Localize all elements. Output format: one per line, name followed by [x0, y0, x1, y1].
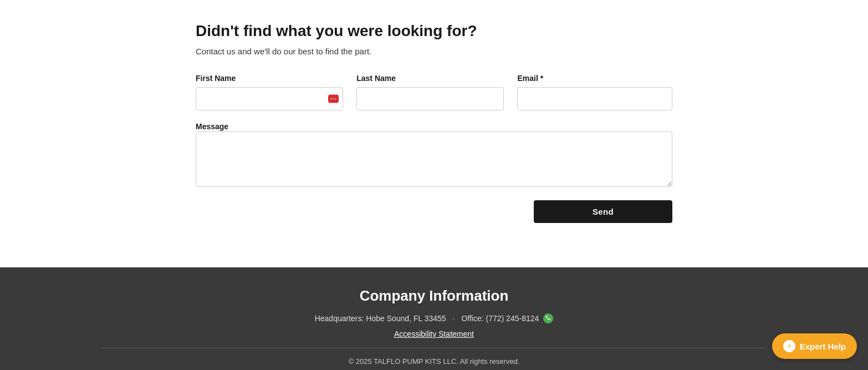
last-name-group: Last Name — [356, 74, 504, 110]
last-name-input[interactable] — [356, 87, 504, 110]
headquarters-text: Headquarters: Hobe Sound, FL 33455 — [315, 314, 446, 323]
footer-title: Company Information — [11, 287, 857, 305]
phone-icon — [543, 313, 553, 323]
contact-form: First Name ··· Last Name Email * Message… — [196, 74, 672, 223]
message-textarea[interactable] — [196, 131, 672, 187]
form-row-names: First Name ··· Last Name Email * — [196, 74, 672, 110]
page-subtext: Contact us and we'll do our best to find… — [196, 47, 672, 56]
email-input[interactable] — [517, 87, 672, 110]
send-button[interactable]: Send — [534, 200, 672, 223]
footer-divider — [101, 348, 767, 348]
first-name-wrapper: ··· — [196, 87, 343, 110]
send-button-row: Send — [196, 200, 672, 223]
message-label: Message — [196, 122, 228, 131]
first-name-group: First Name ··· — [196, 74, 343, 110]
expert-help-label: Expert Help — [800, 342, 846, 351]
message-group: Message — [196, 121, 672, 189]
accessibility-link[interactable]: Accessibility Statement — [394, 330, 474, 338]
accessibility-row: Accessibility Statement — [11, 329, 857, 339]
last-name-label: Last Name — [356, 74, 504, 83]
office-text: Office: (772) 245-8124 — [461, 314, 539, 323]
main-content: Didn't find what you were looking for? C… — [185, 0, 683, 267]
footer: Company Information Headquarters: Hobe S… — [0, 267, 868, 370]
footer-separator: · — [453, 314, 455, 323]
expert-help-button[interactable]: G Expert Help — [772, 333, 857, 359]
footer-info: Headquarters: Hobe Sound, FL 33455 · Off… — [11, 313, 857, 323]
footer-copyright: © 2025 TALFLO PUMP KITS LLC. All rights … — [11, 357, 857, 366]
page-heading: Didn't find what you were looking for? — [196, 22, 672, 40]
svg-text:G: G — [788, 344, 791, 348]
email-group: Email * — [517, 74, 672, 110]
email-label: Email * — [517, 74, 672, 83]
first-name-input[interactable] — [196, 87, 343, 110]
chat-icon: G — [783, 340, 795, 352]
first-name-label: First Name — [196, 74, 343, 83]
